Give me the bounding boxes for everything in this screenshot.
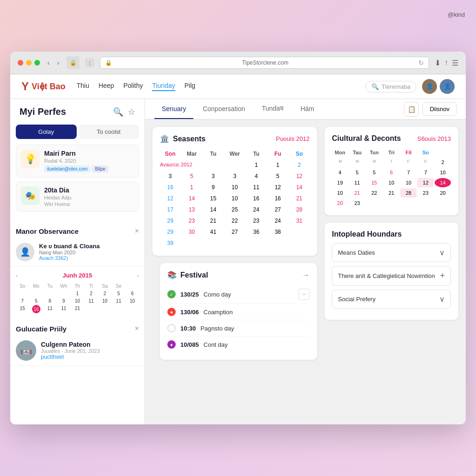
mini-cal-cell[interactable]: 5 [30,298,43,304]
mini-cal-cell[interactable]: 11 [112,298,126,304]
cal-cell[interactable]: 3 [225,171,245,181]
person-link[interactable]: pucttheet [41,354,139,360]
cal-cell[interactable]: 12 [160,193,180,204]
item-tag-btn[interactable]: Bilpe [92,165,108,172]
cal-cell[interactable]: 5 [181,171,202,181]
cal-cell[interactable]: 24 [246,205,266,215]
cal-cell[interactable]: 14 [181,193,202,204]
cal-cell[interactable]: 10 [225,193,245,204]
mini-cal-cell[interactable] [57,290,71,297]
rcal-cell[interactable]: 10 [383,178,400,187]
sidebar-star-icon[interactable]: ☆ [128,107,135,117]
gulucatie-close[interactable]: × [135,324,139,333]
cal-cell[interactable]: 1 [246,160,266,170]
cal-cell[interactable]: 27 [225,227,245,237]
rcal-cell[interactable]: 7 [417,168,434,177]
cal-cell[interactable]: 24 [267,216,288,226]
cal-cell[interactable]: 2 [289,160,310,170]
cal-cell[interactable]: 17 [160,205,180,215]
cal-cell[interactable]: 15 [203,193,224,204]
avatar-1[interactable]: 👤 [422,79,437,94]
manor-close[interactable]: × [135,227,139,235]
rcal-cell[interactable]: 10 [435,168,451,177]
dropdown-there[interactable]: There anit & Catlegielical Nowimtion + [332,266,451,286]
mini-cal-cell[interactable]: 2 [85,290,98,297]
mini-cal-nav-left[interactable]: ‹ [16,273,18,278]
cal-cell[interactable]: 41 [203,227,224,237]
cal-cell[interactable]: 30 [181,227,202,237]
cal-cell[interactable]: 16 [267,193,288,204]
rcal-cell[interactable]: 5 [366,168,383,177]
cal-cell[interactable]: 39 [160,238,180,248]
rcal-cell[interactable]: 21 [349,188,365,198]
rcal-cell[interactable]: 6 [383,168,400,177]
rcal-cell[interactable]: 22 [366,188,383,198]
cal-cell[interactable] [225,160,245,170]
minimize-traffic-light[interactable] [26,60,32,66]
tab-icon-button[interactable]: 📋 [404,102,419,117]
cal-cell[interactable]: 29 [160,227,180,237]
mini-cal-cell[interactable]: 10 [71,298,84,304]
mini-cal-nav-right[interactable]: › [137,273,139,278]
cal-cell[interactable]: 12 [289,171,310,181]
cal-cell[interactable]: 1 [267,160,288,170]
rcal-cell[interactable]: 21 [383,188,400,198]
rcal-cell[interactable]: 10 [400,178,416,187]
share-icon[interactable]: ↑ [444,59,448,67]
mini-cal-cell[interactable]: 11 [43,305,57,313]
mini-cal-cell[interactable]: 1 [71,290,84,297]
mini-cal-cell[interactable]: 11 [85,298,98,304]
tab-tundaय[interactable]: Tundaय [254,99,291,119]
mini-cal-cell[interactable] [30,290,43,297]
rcal-cell[interactable]: 4 [332,168,348,177]
mini-cal-cell[interactable] [43,290,57,297]
nav-polithy[interactable]: Polithy [123,82,143,91]
cal-cell[interactable]: 28 [289,205,310,215]
rcal-cell[interactable]: 23 [417,188,434,198]
mini-cal-today[interactable]: 16 [32,305,40,313]
mini-cal-cell[interactable]: 8 [43,298,57,304]
rcal-cell[interactable]: 23 [349,198,365,208]
cal-cell[interactable]: 16 [246,193,266,204]
rcal-cell[interactable]: 10 [332,188,348,198]
cal-cell[interactable]: 5 [267,171,288,181]
close-traffic-light[interactable] [18,60,23,66]
mini-cal-cell[interactable] [126,283,139,290]
cal-cell[interactable]: 4 [246,171,266,181]
mini-cal-cell[interactable]: 21 [71,305,84,313]
cal-cell[interactable]: 23 [181,216,202,226]
cal-cell[interactable]: 14 [289,182,310,192]
back-button[interactable]: ‹ [46,58,52,67]
cal-cell[interactable]: 36 [246,227,266,237]
mini-cal-cell[interactable] [16,290,29,297]
cal-cell[interactable]: 27 [267,205,288,215]
cal-cell[interactable]: 29 [160,216,180,226]
mini-cal-cell[interactable]: 11 [57,305,71,313]
cal-cell[interactable]: 3 [203,171,224,181]
tab-ham[interactable]: Hám [293,99,322,119]
nav-thiu[interactable]: Thiu [77,82,89,91]
cal-cell[interactable]: 23 [246,216,266,226]
dropdown-means[interactable]: Means Daties ∨ [332,243,451,262]
nav-heep[interactable]: Heep [99,82,114,91]
cal-cell[interactable]: 13 [181,205,202,215]
rcal-cell[interactable]: 11 [349,178,365,187]
more-icon[interactable]: ☰ [452,59,458,67]
rcal-cell[interactable]: 2 [435,158,451,167]
download-icon[interactable]: ⬇ [435,59,441,67]
cal-cell[interactable]: 14 [203,205,224,215]
cal-cell[interactable]: 10 [225,182,245,192]
nav-pilg[interactable]: Pilg [185,82,195,91]
cal-cell[interactable]: 22 [225,216,245,226]
cal-cell[interactable]: 12 [267,182,288,192]
search-box[interactable]: 🔍 Tleremaba [365,81,416,93]
forward-button[interactable]: › [55,58,61,67]
mini-cal-cell[interactable]: 15 [16,305,29,313]
cal-cell[interactable]: 21 [203,216,224,226]
rcal-cell[interactable]: 20 [332,198,348,208]
mini-cal-cell[interactable]: 9 [57,298,71,304]
tab-senuary[interactable]: Senuary [154,99,193,119]
rcal-cell[interactable]: 12 [417,178,434,187]
logo[interactable]: Y Việt Bao [21,80,66,93]
mini-cal-cell[interactable]: 10 [126,298,139,304]
